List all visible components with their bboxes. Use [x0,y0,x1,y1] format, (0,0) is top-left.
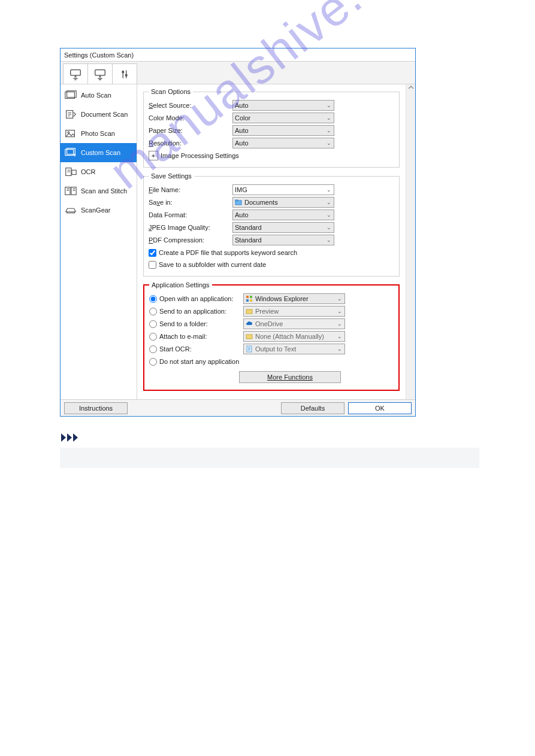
sidebar-item-label: Auto Scan [81,92,111,99]
svg-point-8 [68,132,69,133]
data-format-label: Data Format: [149,211,232,218]
open-with-dropdown[interactable]: Windows Explorer⌄ [243,293,345,304]
note-bar [60,448,479,468]
sidebar-item-label: Custom Scan [81,149,120,156]
send-folder-dropdown[interactable]: OneDrive⌄ [243,318,345,329]
send-app-radio[interactable] [149,308,157,315]
scan-options-legend: Scan Options [149,88,193,95]
open-with-radio[interactable] [149,295,157,303]
save-in-label: Save in: [149,199,232,206]
save-in-dropdown[interactable]: Documents⌄ [232,197,334,208]
resolution-dropdown[interactable]: Auto⌄ [232,138,334,148]
svg-rect-18 [250,296,252,298]
onedrive-icon [246,320,253,327]
sidebar-item-photo-scan[interactable]: Photo Scan [61,124,137,143]
attach-email-radio[interactable] [149,333,157,341]
file-name-field[interactable]: IMG⌄ [232,184,334,195]
save-settings-group: Save Settings File Name: IMG⌄ Save in: D… [143,172,400,277]
sidebar-item-scan-and-stitch[interactable]: Scan and Stitch [61,181,137,201]
sidebar-item-document-scan[interactable]: Document Scan [61,105,137,124]
start-ocr-label: Start OCR: [159,345,241,353]
start-ocr-radio[interactable] [149,345,157,353]
select-source-label: Select Source: [149,102,232,109]
no-app-label: Do not start any application [159,358,239,365]
color-mode-dropdown[interactable]: Color⌄ [232,113,334,123]
data-format-dropdown[interactable]: Auto⌄ [232,210,334,220]
sidebar-item-label: ScanGear [81,207,111,214]
attach-email-dropdown[interactable]: None (Attach Manually)⌄ [243,331,345,342]
ok-button[interactable]: OK [348,402,412,414]
note-chevrons-icon [60,432,475,444]
select-source-dropdown[interactable]: Auto⌄ [232,100,334,111]
image-processing-label: Image Processing Settings [161,152,239,159]
svg-rect-17 [246,296,249,298]
svg-rect-16 [235,200,238,201]
svg-rect-21 [246,309,252,314]
attach-email-label: Attach to e-mail: [159,333,241,340]
subfolder-date-checkbox[interactable] [149,261,156,269]
sidebar-item-auto-scan[interactable]: Auto Scan [61,86,137,105]
send-app-dropdown[interactable]: Preview⌄ [243,306,345,317]
open-with-label: Open with an application: [159,295,241,302]
defaults-button[interactable]: Defaults [281,402,344,414]
tab-general-settings[interactable] [112,63,137,84]
vertical-scrollbar[interactable] [406,84,415,399]
color-mode-label: Color Mode: [149,114,232,122]
send-folder-label: Send to a folder: [159,320,241,327]
svg-rect-19 [246,299,249,302]
resolution-label: Resolution: [149,139,232,147]
jpeg-quality-label: JPEG Image Quality: [149,224,232,231]
pdf-compression-label: PDF Compression: [149,236,232,244]
windows-explorer-icon [246,295,253,302]
svg-rect-1 [95,69,105,75]
file-name-label: File Name: [149,186,232,193]
dialog-body: Auto Scan Document Scan Photo Scan Custo… [61,84,415,399]
image-processing-expand-button[interactable]: + [149,151,158,160]
send-folder-radio[interactable] [149,320,157,328]
svg-rect-14 [71,187,76,195]
sidebar-item-label: OCR [81,168,95,175]
sidebar-item-ocr[interactable]: OCR [61,162,137,181]
settings-dialog: Settings (Custom Scan) Auto Scan [60,48,416,417]
paper-size-dropdown[interactable]: Auto⌄ [232,125,334,136]
svg-rect-22 [246,335,252,339]
scroll-up-icon [407,84,415,90]
pdf-compression-dropdown[interactable]: Standard⌄ [232,235,334,245]
text-file-icon [246,345,253,353]
instructions-button[interactable]: Instructions [64,402,128,414]
svg-rect-13 [65,187,70,195]
folder-icon [235,199,242,206]
subfolder-date-label: Save to a subfolder with current date [159,261,266,268]
folder-icon [246,308,253,315]
window-title: Settings (Custom Scan) [61,48,415,62]
sidebar-item-label: Photo Scan [81,130,115,137]
sidebar-item-custom-scan[interactable]: Custom Scan [61,143,137,162]
start-ocr-dropdown[interactable]: Output to Text⌄ [243,344,345,354]
svg-rect-0 [71,69,81,75]
sidebar: Auto Scan Document Scan Photo Scan Custo… [61,84,137,399]
svg-rect-20 [250,299,252,302]
tab-scan-from-computer[interactable] [63,63,88,84]
jpeg-quality-dropdown[interactable]: Standard⌄ [232,222,334,233]
application-settings-legend: Application Settings [149,281,212,289]
more-functions-button[interactable]: More Functions [239,371,341,383]
sidebar-item-label: Scan and Stitch [81,187,127,195]
send-app-label: Send to an application: [159,308,241,315]
svg-rect-12 [72,170,76,174]
note-section [60,432,475,468]
tab-scan-from-panel[interactable] [87,63,113,84]
scan-options-group: Scan Options Select Source: Auto⌄ Color … [143,88,400,168]
application-settings-group: Application Settings Open with an applic… [143,281,400,391]
no-app-radio[interactable] [149,358,157,366]
pdf-keyword-label: Create a PDF file that supports keyword … [159,249,297,256]
sidebar-item-scangear[interactable]: ScanGear [61,201,137,220]
save-settings-legend: Save Settings [149,172,194,180]
pdf-keyword-checkbox[interactable] [149,249,156,257]
paper-size-label: Paper Size: [149,127,232,134]
sidebar-item-label: Document Scan [81,111,128,118]
folder-icon [246,333,253,340]
content-panel: Scan Options Select Source: Auto⌄ Color … [137,84,415,399]
top-tabs [61,62,415,84]
dialog-footer: Instructions Defaults OK [61,399,415,416]
